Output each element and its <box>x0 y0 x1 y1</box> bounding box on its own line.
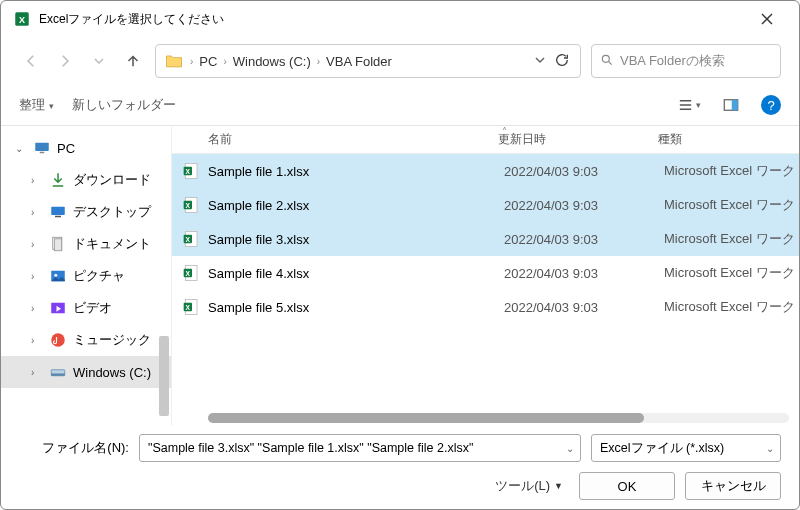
chevron-down-icon[interactable]: ⌄ <box>766 443 774 454</box>
svg-rect-6 <box>40 152 45 154</box>
file-row[interactable]: X Sample file 3.xlsx 2022/04/03 9:03 Mic… <box>172 222 799 256</box>
column-headers[interactable]: 名前 ˄ 更新日時 種類 <box>172 126 799 154</box>
tree-scrollbar[interactable] <box>159 336 169 416</box>
recent-dropdown[interactable] <box>87 49 111 73</box>
filename-label: ファイル名(N): <box>19 439 129 457</box>
help-button[interactable]: ? <box>761 95 781 115</box>
close-button[interactable] <box>747 1 787 37</box>
organize-menu[interactable]: 整理 ▾ <box>19 96 54 114</box>
svg-text:X: X <box>186 236 191 243</box>
file-row[interactable]: X Sample file 1.xlsx 2022/04/03 9:03 Mic… <box>172 154 799 188</box>
file-name: Sample file 4.xlsx <box>208 266 504 281</box>
dialog-title: Excelファイルを選択してください <box>39 11 747 28</box>
expand-icon[interactable]: › <box>31 335 43 346</box>
svg-text:X: X <box>186 304 191 311</box>
file-type: Microsoft Excel ワーク <box>664 264 799 282</box>
chevron-right-icon: › <box>317 56 320 67</box>
folder-icon <box>164 51 184 71</box>
filename-value: "Sample file 3.xlsx" "Sample file 1.xlsx… <box>148 441 473 455</box>
file-type: Microsoft Excel ワーク <box>664 162 799 180</box>
expand-icon[interactable]: › <box>31 207 43 218</box>
svg-rect-16 <box>51 374 65 376</box>
expand-icon[interactable]: › <box>31 271 43 282</box>
download-icon <box>49 171 67 189</box>
excel-file-icon: X <box>182 195 202 215</box>
filetype-filter[interactable]: Excelファイル (*.xlsx) ⌄ <box>591 434 781 462</box>
svg-rect-10 <box>54 239 62 251</box>
file-name: Sample file 1.xlsx <box>208 164 504 179</box>
desktop-icon <box>49 203 67 221</box>
file-date: 2022/04/03 9:03 <box>504 300 664 315</box>
excel-file-icon: X <box>182 263 202 283</box>
file-row[interactable]: X Sample file 2.xlsx 2022/04/03 9:03 Mic… <box>172 188 799 222</box>
column-type[interactable]: 種類 <box>658 131 799 148</box>
view-menu[interactable]: ▾ <box>677 93 701 117</box>
svg-rect-5 <box>35 143 49 151</box>
chevron-down-icon[interactable]: ⌄ <box>566 443 574 454</box>
file-date: 2022/04/03 9:03 <box>504 164 664 179</box>
expand-icon[interactable]: › <box>31 367 43 378</box>
file-date: 2022/04/03 9:03 <box>504 266 664 281</box>
nav-row: › PC › Windows (C:) › VBA Folder VBA Fol… <box>1 37 799 85</box>
chevron-right-icon: › <box>190 56 193 67</box>
videos-icon <box>49 299 67 317</box>
file-row[interactable]: X Sample file 5.xlsx 2022/04/03 9:03 Mic… <box>172 290 799 324</box>
address-bar[interactable]: › PC › Windows (C:) › VBA Folder <box>155 44 581 78</box>
scrollbar-thumb[interactable] <box>208 413 644 423</box>
sort-indicator-icon: ˄ <box>502 126 507 137</box>
svg-point-12 <box>54 274 57 277</box>
column-date[interactable]: 更新日時 <box>498 131 658 148</box>
breadcrumb-folder[interactable]: VBA Folder <box>326 54 392 69</box>
tree-item-pc[interactable]: ⌄ PC <box>1 132 171 164</box>
column-name[interactable]: 名前 <box>208 131 498 148</box>
tree-item-videos[interactable]: › ビデオ <box>1 292 171 324</box>
pictures-icon <box>49 267 67 285</box>
refresh-button[interactable] <box>552 52 572 71</box>
collapse-icon[interactable]: ⌄ <box>15 143 27 154</box>
tree-item-drive-c[interactable]: › Windows (C:) <box>1 356 171 388</box>
cancel-button[interactable]: キャンセル <box>685 472 781 500</box>
search-box[interactable]: VBA Folderの検索 <box>591 44 781 78</box>
tree-item-documents[interactable]: › ドキュメント <box>1 228 171 260</box>
file-type: Microsoft Excel ワーク <box>664 230 799 248</box>
horizontal-scrollbar[interactable] <box>208 413 789 423</box>
file-name: Sample file 2.xlsx <box>208 198 504 213</box>
excel-file-icon: X <box>182 297 202 317</box>
preview-pane-button[interactable] <box>719 93 743 117</box>
svg-text:X: X <box>186 270 191 277</box>
tree-item-music[interactable]: › ミュージック <box>1 324 171 356</box>
filter-value: Excelファイル (*.xlsx) <box>600 440 724 457</box>
new-folder-button[interactable]: 新しいフォルダー <box>72 96 176 114</box>
file-date: 2022/04/03 9:03 <box>504 198 664 213</box>
svg-point-2 <box>602 55 609 62</box>
ok-button[interactable]: OK <box>579 472 675 500</box>
file-pane: 名前 ˄ 更新日時 種類 X Sample file 1.xlsx 2022/0… <box>171 126 799 426</box>
tree-item-desktop[interactable]: › デスクトップ <box>1 196 171 228</box>
up-button[interactable] <box>121 49 145 73</box>
breadcrumb-pc[interactable]: PC <box>199 54 217 69</box>
tree-item-pictures[interactable]: › ピクチャ <box>1 260 171 292</box>
svg-point-14 <box>51 333 65 347</box>
search-icon <box>600 53 614 70</box>
excel-app-icon: X <box>13 10 31 28</box>
file-row[interactable]: X Sample file 4.xlsx 2022/04/03 9:03 Mic… <box>172 256 799 290</box>
drive-icon <box>49 363 67 381</box>
expand-icon[interactable]: › <box>31 303 43 314</box>
forward-button[interactable] <box>53 49 77 73</box>
file-type: Microsoft Excel ワーク <box>664 298 799 316</box>
pc-icon <box>33 139 51 157</box>
excel-file-icon: X <box>182 161 202 181</box>
tree-item-downloads[interactable]: › ダウンロード <box>1 164 171 196</box>
expand-icon[interactable]: › <box>31 175 43 186</box>
expand-icon[interactable]: › <box>31 239 43 250</box>
search-placeholder: VBA Folderの検索 <box>620 52 725 70</box>
filename-input[interactable]: "Sample file 3.xlsx" "Sample file 1.xlsx… <box>139 434 581 462</box>
tools-menu[interactable]: ツール(L)▼ <box>495 477 563 495</box>
svg-text:X: X <box>186 202 191 209</box>
breadcrumb-drive[interactable]: Windows (C:) <box>233 54 311 69</box>
music-icon <box>49 331 67 349</box>
file-date: 2022/04/03 9:03 <box>504 232 664 247</box>
back-button[interactable] <box>19 49 43 73</box>
bottom-panel: ファイル名(N): "Sample file 3.xlsx" "Sample f… <box>1 426 799 510</box>
address-dropdown[interactable] <box>534 54 546 69</box>
